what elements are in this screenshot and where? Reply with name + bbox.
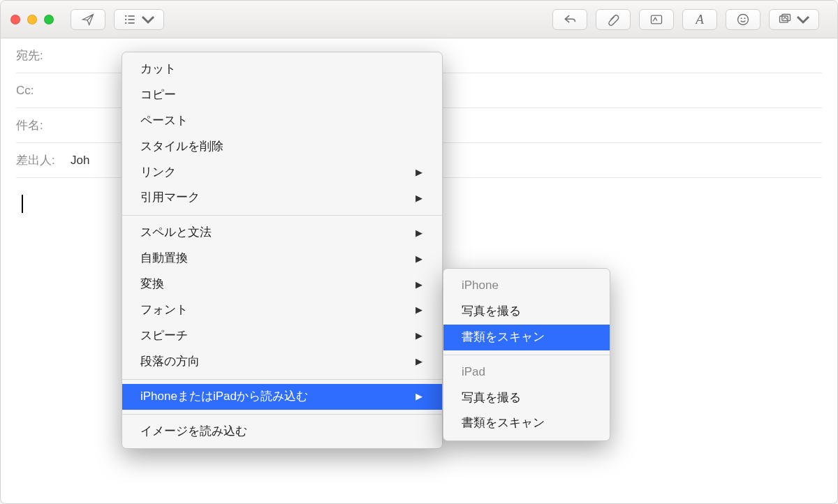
submenu-arrow-icon: ▶ [416, 389, 422, 404]
svg-rect-4 [128, 19, 135, 20]
subject-label: 件名: [16, 117, 65, 133]
submenu-arrow-icon: ▶ [416, 277, 422, 292]
submenu-ipad-scan-docs[interactable]: 書類をスキャン [443, 410, 610, 436]
format-button[interactable]: A [682, 9, 717, 30]
svg-point-0 [125, 15, 126, 16]
minimize-window-button[interactable] [27, 15, 37, 24]
menu-clear-style[interactable]: スタイルを削除 [122, 134, 442, 160]
reply-arrow-icon [563, 13, 577, 27]
submenu-arrow-icon: ▶ [416, 354, 422, 369]
to-label: 宛先: [16, 47, 65, 64]
menu-cut[interactable]: カット [122, 57, 442, 82]
context-submenu: iPhone 写真を撮る 書類をスキャン iPad 写真を撮る 書類をスキャン [443, 268, 610, 441]
submenu-arrow-icon: ▶ [416, 225, 422, 241]
menu-font[interactable]: フォント▶ [122, 297, 442, 323]
menu-link[interactable]: リンク▶ [122, 160, 442, 186]
submenu-iphone-take-photo[interactable]: 写真を撮る [443, 299, 610, 325]
svg-point-7 [738, 14, 749, 24]
svg-point-8 [741, 17, 742, 19]
menu-paragraph-direction[interactable]: 段落の方向▶ [122, 349, 442, 375]
menu-transform[interactable]: 変換▶ [122, 272, 442, 297]
svg-rect-11 [782, 14, 791, 20]
paper-plane-icon [81, 13, 95, 27]
photos-icon [778, 13, 792, 27]
send-button[interactable] [71, 9, 105, 30]
from-value: Joh [71, 154, 89, 168]
markup-button[interactable] [639, 9, 674, 30]
paperclip-icon [606, 13, 620, 27]
from-label: 差出人: [16, 152, 71, 168]
menu-spell-grammar[interactable]: スペルと文法▶ [122, 220, 442, 246]
submenu-ipad-header: iPad [443, 360, 610, 385]
menu-copy[interactable]: コピー [122, 82, 442, 108]
menu-import-from-iphone-ipad[interactable]: iPhoneまたはiPadから読み込む▶ [122, 384, 442, 410]
markup-icon [649, 13, 663, 27]
svg-point-2 [125, 22, 126, 23]
menu-separator [122, 414, 442, 415]
zoom-window-button[interactable] [44, 15, 54, 24]
context-menu: カット コピー ペースト スタイルを削除 リンク▶ 引用マーク▶ スペルと文法▶… [122, 52, 443, 449]
chevron-down-icon [796, 13, 810, 27]
menu-speech[interactable]: スピーチ▶ [122, 323, 442, 349]
svg-rect-3 [128, 15, 135, 17]
titlebar: A [1, 1, 837, 38]
reply-button[interactable] [552, 9, 587, 30]
attach-button[interactable] [596, 9, 631, 30]
submenu-ipad-take-photo[interactable]: 写真を撮る [443, 385, 610, 411]
submenu-iphone-header: iPhone [443, 273, 610, 299]
chevron-down-icon [141, 13, 155, 27]
close-window-button[interactable] [10, 15, 20, 24]
submenu-iphone-scan-docs[interactable]: 書類をスキャン [443, 325, 610, 350]
cc-label: Cc: [16, 84, 65, 98]
submenu-arrow-icon: ▶ [416, 191, 422, 206]
menu-quote-mark[interactable]: 引用マーク▶ [122, 185, 442, 211]
menu-separator [443, 355, 610, 355]
photo-browser-button[interactable] [769, 9, 819, 30]
menu-separator [122, 215, 442, 216]
svg-rect-5 [128, 22, 135, 24]
menu-paste[interactable]: ペースト [122, 108, 442, 134]
header-fields-button[interactable] [114, 9, 164, 30]
text-cursor [22, 195, 23, 213]
menu-auto-replace[interactable]: 自動置換▶ [122, 246, 442, 272]
submenu-arrow-icon: ▶ [416, 251, 422, 267]
submenu-arrow-icon: ▶ [416, 302, 422, 318]
menu-import-image[interactable]: イメージを読み込む [122, 419, 442, 445]
window-controls [10, 15, 54, 24]
letter-a-icon: A [696, 12, 704, 27]
smiley-icon [736, 13, 750, 27]
emoji-button[interactable] [726, 9, 760, 30]
svg-point-9 [744, 17, 746, 19]
submenu-arrow-icon: ▶ [416, 328, 422, 343]
svg-point-1 [125, 18, 126, 20]
list-icon [123, 13, 137, 27]
menu-separator [122, 379, 442, 380]
submenu-arrow-icon: ▶ [416, 165, 422, 180]
